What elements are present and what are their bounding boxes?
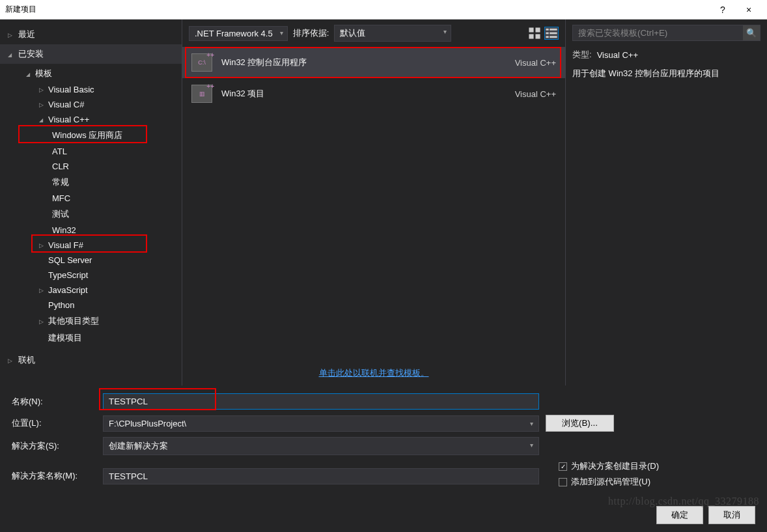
svg-rect-9	[550, 36, 557, 38]
svg-rect-7	[550, 33, 557, 35]
tree-cpp-atl[interactable]: ATL	[0, 144, 182, 159]
tree-cpp-store[interactable]: Windows 应用商店	[0, 127, 182, 144]
search-input[interactable]	[573, 25, 743, 40]
online-search-link[interactable]: 单击此处以联机并查找模板。	[182, 361, 565, 385]
chevron-down-icon	[39, 116, 46, 123]
chevron-right-icon	[8, 357, 14, 364]
tree-cpp-mfc[interactable]: MFC	[0, 191, 182, 206]
browse-button[interactable]: 浏览(B)...	[546, 415, 614, 432]
description-panel: 🔍 类型: Visual C++ 用于创建 Win32 控制台应用程序的项目	[565, 20, 767, 385]
location-label: 位置(L):	[12, 417, 96, 429]
solution-name-label: 解决方案名称(M):	[12, 470, 96, 482]
sidebar-recent[interactable]: 最近	[0, 25, 182, 44]
svg-rect-8	[546, 36, 548, 38]
win32-project-icon: ▥++	[191, 85, 212, 103]
svg-rect-0	[529, 27, 533, 32]
console-app-icon: C:\++	[191, 53, 212, 72]
tree-cs[interactable]: Visual C#	[0, 97, 182, 112]
tree-cpp-test[interactable]: 测试	[0, 206, 182, 223]
sidebar-installed[interactable]: 已安装	[0, 44, 182, 64]
watermark: http://blog.csdn.net/qq_33279188	[608, 496, 759, 507]
chevron-right-icon	[39, 318, 46, 325]
cancel-button[interactable]: 取消	[708, 506, 755, 524]
tree-modeling[interactable]: 建模项目	[0, 329, 182, 346]
tree-cpp-win32[interactable]: Win32	[0, 223, 182, 238]
source-control-checkbox[interactable]: 添加到源代码管理(U)	[559, 476, 659, 488]
solution-label: 解决方案(S):	[12, 440, 96, 452]
chevron-down-icon	[26, 70, 33, 77]
chevron-right-icon	[39, 242, 46, 249]
name-label: 名称(N):	[12, 396, 96, 408]
sort-combo[interactable]: 默认值	[334, 25, 451, 42]
tree-cpp-general[interactable]: 常规	[0, 174, 182, 191]
tree-fs[interactable]: Visual F#	[0, 238, 182, 253]
framework-combo[interactable]: .NET Framework 4.5	[189, 26, 288, 41]
close-button[interactable]: ×	[736, 5, 762, 15]
tree-vb[interactable]: Visual Basic	[0, 82, 182, 97]
solution-name-field[interactable]	[103, 468, 539, 484]
type-label: 类型:	[572, 49, 592, 62]
tree-cpp[interactable]: Visual C++	[0, 112, 182, 127]
chevron-right-icon	[39, 287, 46, 294]
svg-rect-4	[546, 29, 548, 31]
template-win32-project[interactable]: ▥++ Win32 项目 Visual C++	[182, 78, 565, 109]
template-description: 用于创建 Win32 控制台应用程序的项目	[572, 67, 760, 80]
svg-rect-6	[546, 33, 548, 35]
tree-cpp-clr[interactable]: CLR	[0, 159, 182, 174]
svg-rect-5	[550, 29, 557, 31]
location-field[interactable]: F:\CPlusPlusProject\	[103, 415, 539, 432]
grid-view-icon[interactable]	[527, 27, 542, 40]
list-view-icon[interactable]	[544, 27, 559, 40]
svg-rect-2	[529, 34, 533, 38]
project-form: 名称(N): 位置(L): F:\CPlusPlusProject\ 浏览(B)…	[0, 385, 767, 502]
tree-py[interactable]: Python	[0, 298, 182, 313]
tree-sql[interactable]: SQL Server	[0, 253, 182, 268]
chevron-right-icon	[39, 101, 46, 108]
help-button[interactable]: ?	[710, 5, 736, 15]
chevron-right-icon	[8, 31, 14, 38]
sort-label: 排序依据:	[293, 27, 329, 39]
create-dir-checkbox[interactable]: 为解决方案创建目录(D)	[559, 460, 659, 472]
svg-rect-1	[535, 27, 540, 32]
tree-other[interactable]: 其他项目类型	[0, 313, 182, 329]
chevron-right-icon	[39, 86, 46, 93]
tree-templates[interactable]: 模板	[0, 65, 182, 82]
titlebar: 新建项目 ? ×	[0, 0, 767, 20]
sidebar-online[interactable]: 联机	[0, 350, 182, 370]
tree-js[interactable]: JavaScript	[0, 283, 182, 298]
solution-combo[interactable]: 创建新解决方案	[103, 437, 539, 455]
chevron-down-icon	[8, 51, 14, 58]
search-box[interactable]: 🔍	[572, 25, 760, 41]
template-panel: .NET Framework 4.5 排序依据: 默认值 C:\++ Win32…	[182, 20, 565, 385]
name-field[interactable]	[103, 393, 539, 410]
ok-button[interactable]: 确定	[656, 506, 703, 524]
search-icon[interactable]: 🔍	[743, 25, 760, 40]
checkbox-icon[interactable]	[559, 478, 567, 486]
type-value: Visual C++	[597, 49, 638, 62]
template-list: C:\++ Win32 控制台应用程序 Visual C++ ▥++ Win32…	[182, 47, 565, 361]
template-win32-console[interactable]: C:\++ Win32 控制台应用程序 Visual C++	[182, 47, 565, 78]
dialog-title: 新建项目	[5, 4, 710, 15]
checkbox-icon[interactable]	[559, 462, 567, 471]
tree-ts[interactable]: TypeScript	[0, 268, 182, 283]
toolbar: .NET Framework 4.5 排序依据: 默认值	[182, 20, 565, 47]
sidebar: 最近 已安装 模板 Visual Basic Visual C# Visual …	[0, 20, 182, 385]
svg-rect-3	[535, 34, 540, 38]
